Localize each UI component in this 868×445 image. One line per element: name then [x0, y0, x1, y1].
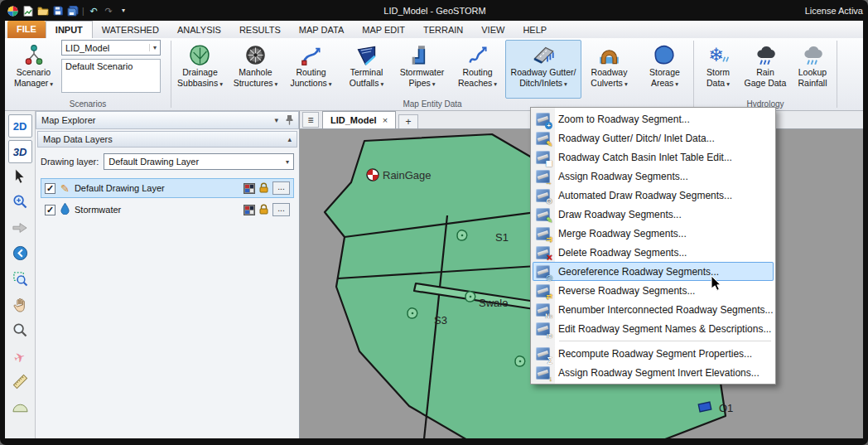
select-tool-button[interactable] — [8, 166, 32, 189]
map-tab-lid-model[interactable]: LID_Model × — [322, 111, 396, 128]
drawing-layer-select[interactable]: Default Drawing Layer ▾ — [104, 153, 294, 170]
menu-item-roadway-gutter-ditch-inlet-data[interactable]: Roadway Gutter/ Ditch/ Inlet Data... — [533, 128, 774, 148]
chevron-down-icon: ▾ — [726, 80, 730, 88]
import-data-button[interactable]: In Da — [838, 40, 850, 99]
rain-gage-data-button[interactable]: Rain Gage Data — [741, 40, 789, 99]
tab-help[interactable]: HELP — [514, 22, 556, 38]
new-file-button[interactable] — [22, 5, 34, 17]
layer-row-default-drawing-layer[interactable]: ✓ ✎ Default Drawing Layer ... — [41, 178, 294, 198]
menu-item-zoom-to-roadway-segment[interactable]: Zoom to Roadway Segment... — [533, 109, 774, 128]
button-label: Rain — [756, 67, 774, 78]
storage-areas-button[interactable]: Storage Areas▾ — [637, 40, 692, 99]
storm-data-button[interactable]: ❄ Storm Data▾ — [695, 40, 741, 99]
routing-reaches-button[interactable]: Routing Reaches▾ — [450, 40, 505, 99]
menu-item-edit-roadway-segment-names-descriptions[interactable]: Edit Roadway Segment Names & Description… — [533, 319, 774, 338]
ribbon-group-partial: In Da — [837, 38, 850, 110]
menu-item-reverse-roadway-segments[interactable]: Reverse Roadway Segments... — [533, 281, 774, 300]
zoom-previous-button[interactable] — [8, 243, 32, 266]
layer-visibility-checkbox[interactable]: ✓ — [45, 205, 55, 215]
scenario-list[interactable]: Default Scenario — [61, 59, 161, 93]
flyover-tool-button[interactable]: ✈ — [8, 346, 32, 369]
roadway-gutter-ditch-inlets-button[interactable]: Roadway Gutter/ Ditch/Inlets▾ — [505, 40, 581, 99]
measure-tool-button[interactable] — [8, 371, 32, 394]
layer-options-button[interactable]: ... — [272, 181, 290, 195]
tab-watershed[interactable]: WATERSHED — [93, 22, 168, 38]
pan-tool-button[interactable] — [8, 294, 32, 317]
menu-item-merge-roadway-segments[interactable]: Merge Roadway Segments... — [533, 224, 774, 243]
tab-analysis[interactable]: ANALYSIS — [168, 22, 230, 38]
view-2d-button[interactable]: 2D — [8, 114, 32, 138]
menu-item-draw-roadway-segments[interactable]: Draw Roadway Segments... — [533, 205, 774, 224]
tab-list-menu-button[interactable]: ≡ — [302, 112, 319, 128]
menu-item-delete-roadway-segments[interactable]: Delete Roadway Segments... — [533, 243, 774, 262]
subbasin-symbol-mid[interactable] — [465, 292, 475, 302]
outfall-symbol-o1[interactable] — [698, 402, 711, 412]
pencil-icon: ✎ — [60, 183, 70, 194]
menu-item-roadway-catch-basin-inlet-table-edit[interactable]: Roadway Catch Basin Inlet Table Edit... — [533, 148, 774, 167]
button-label: Scenario — [17, 67, 51, 78]
o1-label: O1 — [719, 402, 733, 414]
menu-item-georeference-roadway-segments[interactable]: Georeference Roadway Segments... — [533, 262, 774, 281]
lookup-rainfall-button[interactable]: Lookup Rainfall — [789, 40, 836, 99]
panel-menu-caret-icon[interactable]: ▾ — [274, 116, 278, 124]
zoom-extents-button[interactable] — [8, 268, 32, 292]
menu-item-assign-roadway-segments[interactable]: Assign Roadway Segments... — [533, 167, 774, 186]
zoom-previous-icon — [12, 245, 28, 264]
terminal-outfalls-button[interactable]: Terminal Outfalls▾ — [339, 40, 394, 99]
layer-visibility-checkbox[interactable]: ✓ — [45, 183, 55, 194]
tab-map-data[interactable]: MAP DATA — [290, 22, 353, 38]
tab-file[interactable]: FILE — [7, 21, 46, 38]
roadway-culverts-button[interactable]: Roadway Culverts▾ — [581, 40, 637, 99]
layer-legend-icon[interactable] — [244, 183, 255, 194]
pin-icon[interactable] — [286, 114, 293, 127]
tab-input[interactable]: INPUT — [46, 21, 93, 38]
view-3d-button[interactable]: 3D — [8, 140, 32, 163]
subbasin-symbol-low[interactable] — [515, 356, 525, 366]
raingage-marker[interactable] — [367, 169, 379, 181]
tab-view[interactable]: VIEW — [472, 22, 514, 38]
save-all-button[interactable] — [66, 5, 79, 17]
lock-icon[interactable] — [258, 204, 269, 216]
toolbar-customize-caret-icon[interactable]: ▾ — [118, 5, 130, 17]
zoom-window-button[interactable] — [8, 320, 32, 343]
subbasin-symbol-s3[interactable] — [407, 308, 417, 318]
close-icon[interactable]: × — [383, 115, 388, 125]
manhole-structures-button[interactable]: Manhole Structures▾ — [228, 40, 283, 99]
ribbon-group-hydrology: ❄ Storm Data▾ Rain Gage Data — [694, 38, 837, 110]
forward-nav-button[interactable] — [8, 217, 32, 240]
tab-results[interactable]: RESULTS — [230, 22, 290, 38]
routing-junctions-button[interactable]: Routing Junctions▾ — [283, 40, 339, 99]
layer-row-stormwater[interactable]: ✓ Stormwater ... — [41, 200, 294, 220]
undo-button[interactable]: ↶ — [88, 5, 100, 17]
open-folder-button[interactable] — [36, 5, 49, 17]
lock-icon[interactable] — [258, 182, 269, 195]
map-explorer-panel: Map Explorer ▾ Map Data Layers ▴ Drawing… — [36, 111, 300, 438]
drainage-subbasins-button[interactable]: Drainage Subbasins▾ — [172, 40, 228, 99]
layer-legend-icon[interactable] — [244, 205, 255, 215]
stormwater-pipes-button[interactable]: Stormwater Pipes▾ — [394, 40, 450, 99]
menu-item-recompute-roadway-segment-properties[interactable]: Recompute Roadway Segment Properties... — [533, 344, 774, 363]
new-tab-button[interactable]: + — [398, 114, 418, 128]
tab-map-edit[interactable]: MAP EDIT — [353, 22, 414, 38]
button-label: Lookup — [798, 67, 827, 78]
menu-item-label: Renumber Interconnected Roadway Segments… — [558, 304, 773, 316]
menu-item-assign-roadway-segment-invert-elevations[interactable]: Assign Roadway Segment Invert Elevations… — [533, 363, 774, 382]
tab-terrain[interactable]: TERRAIN — [414, 22, 472, 38]
rain-gage-icon — [753, 42, 778, 67]
map-data-layers-section-header[interactable]: Map Data Layers ▴ — [37, 131, 297, 148]
scenario-list-item[interactable]: Default Scenario — [65, 61, 133, 71]
redo-button[interactable]: ↷ — [103, 5, 115, 17]
button-label: Structures — [234, 78, 273, 88]
menu-item-renumber-interconnected-roadway-segments[interactable]: Renumber Interconnected Roadway Segments… — [533, 300, 774, 319]
zoom-in-tool-button[interactable] — [8, 191, 32, 215]
scenario-manager-button[interactable]: Scenario Manager▾ — [6, 40, 61, 99]
ribbon-group-map-entity-data: Drainage Subbasins▾ Manhole Structures▾ — [171, 38, 693, 110]
save-button[interactable] — [51, 5, 64, 17]
scenario-combobox[interactable]: LID_Model ▾ — [61, 40, 161, 56]
button-label: Outfalls — [350, 78, 379, 88]
menu-item-automated-draw-roadway-segments[interactable]: Automated Draw Roadway Segments... — [533, 186, 774, 205]
ribbon: Scenario Manager▾ LID_Model ▾ Default Sc… — [5, 38, 863, 111]
subbasin-symbol-s1[interactable] — [457, 230, 467, 240]
protractor-tool-button[interactable] — [8, 397, 32, 420]
layer-options-button[interactable]: ... — [272, 203, 290, 216]
